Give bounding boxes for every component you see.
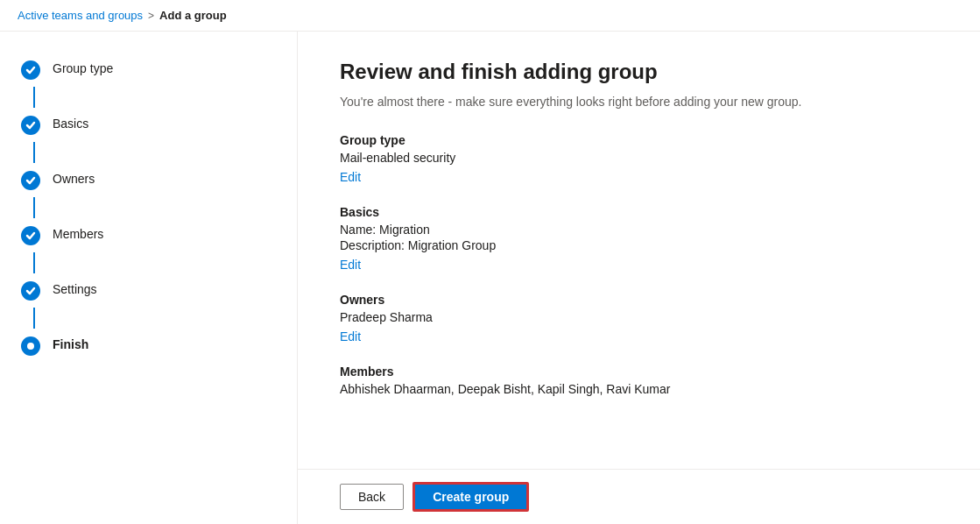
step-icon-members — [21, 226, 40, 245]
step-label-members: Members — [53, 225, 103, 241]
section-value-basics-name: Name: Migration — [340, 223, 938, 237]
breadcrumb-parent-link[interactable]: Active teams and groups — [18, 9, 143, 22]
section-label-group-type: Group type — [340, 133, 938, 147]
section-owners: Owners Pradeep Sharma Edit — [340, 293, 938, 343]
breadcrumb-current: Add a group — [159, 9, 227, 22]
back-button[interactable]: Back — [340, 484, 404, 510]
section-value-basics-description: Description: Migration Group — [340, 238, 938, 252]
sidebar-item-group-type: Group type — [0, 53, 297, 87]
create-group-button[interactable]: Create group — [412, 482, 529, 512]
step-connector-4 — [33, 252, 35, 273]
step-connector-2 — [33, 142, 35, 163]
edit-owners-link[interactable]: Edit — [340, 329, 361, 343]
content-area: Review and finish adding group You're al… — [298, 32, 980, 524]
step-label-owners: Owners — [53, 170, 95, 186]
section-value-owners: Pradeep Sharma — [340, 310, 938, 324]
section-label-basics: Basics — [340, 205, 938, 219]
sidebar-item-basics: Basics — [0, 108, 297, 142]
step-icon-finish — [21, 336, 40, 356]
section-value-group-type: Mail-enabled security — [340, 151, 938, 165]
section-group-type: Group type Mail-enabled security Edit — [340, 133, 938, 184]
step-icon-owners — [21, 171, 40, 190]
section-label-owners: Owners — [340, 293, 938, 307]
page-title: Review and finish adding group — [340, 60, 938, 84]
section-label-members: Members — [340, 365, 938, 379]
main-layout: Group type Basics Owners Members — [0, 32, 980, 524]
step-label-finish: Finish — [53, 336, 88, 351]
sidebar-item-finish: Finish — [0, 329, 297, 363]
edit-basics-link[interactable]: Edit — [340, 258, 361, 272]
edit-group-type-link[interactable]: Edit — [340, 170, 361, 184]
step-connector-3 — [33, 197, 35, 218]
sidebar-item-settings: Settings — [0, 273, 297, 308]
step-icon-group-type — [21, 60, 40, 80]
section-value-members: Abhishek Dhaarman, Deepak Bisht, Kapil S… — [340, 382, 865, 396]
content-scroll: Review and finish adding group You're al… — [298, 32, 980, 469]
step-connector-5 — [33, 308, 35, 329]
step-label-group-type: Group type — [53, 60, 113, 75]
breadcrumb-separator: > — [148, 10, 154, 22]
footer: Back Create group — [298, 469, 980, 524]
sidebar: Group type Basics Owners Members — [0, 32, 298, 524]
step-label-settings: Settings — [53, 280, 97, 296]
section-basics: Basics Name: Migration Description: Migr… — [340, 205, 938, 272]
breadcrumb: Active teams and groups > Add a group — [0, 0, 980, 32]
step-label-basics: Basics — [53, 115, 88, 131]
step-icon-basics — [21, 116, 40, 135]
sidebar-item-members: Members — [0, 218, 297, 252]
sidebar-item-owners: Owners — [0, 163, 297, 197]
page-subtitle: You're almost there - make sure everythi… — [340, 95, 938, 109]
step-icon-settings — [21, 281, 40, 301]
step-connector-1 — [33, 87, 35, 108]
finish-dot — [27, 343, 34, 350]
section-members: Members Abhishek Dhaarman, Deepak Bisht,… — [340, 365, 938, 396]
